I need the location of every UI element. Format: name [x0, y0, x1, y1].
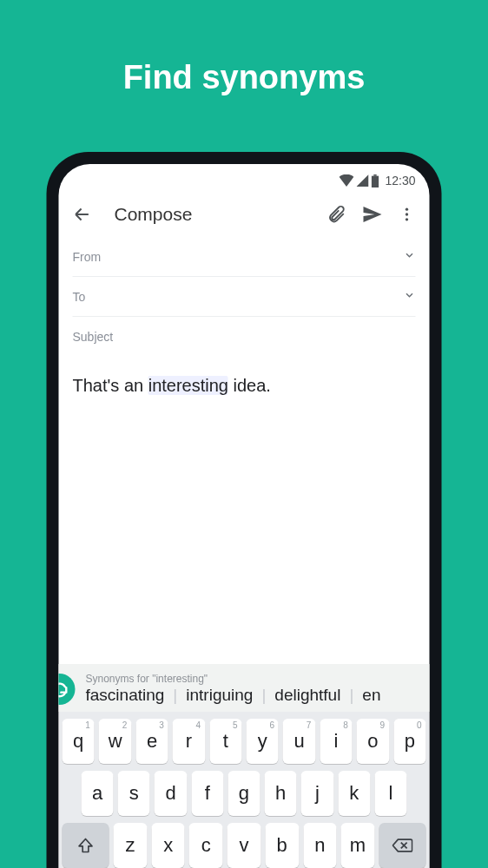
svg-point-4 — [406, 218, 408, 220]
letter-key[interactable]: j — [301, 771, 333, 816]
letter-key[interactable]: a — [82, 771, 114, 816]
to-expand[interactable] — [404, 289, 416, 304]
body-highlight: interesting — [148, 376, 228, 395]
synonym-suggestion-bar: Synonyms for "interesting" fascinating| … — [59, 664, 430, 712]
overflow-button[interactable] — [399, 206, 416, 223]
attach-button[interactable] — [327, 205, 346, 224]
grammarly-logo[interactable] — [59, 674, 76, 705]
letter-key[interactable]: o9 — [357, 719, 389, 764]
chevron-down-icon — [404, 249, 416, 261]
letter-key[interactable]: h — [265, 771, 297, 816]
subject-label: Subject — [73, 330, 114, 344]
letter-key[interactable]: v — [228, 823, 261, 868]
synonym-option[interactable]: intriguing — [177, 686, 261, 705]
from-field[interactable]: From — [73, 237, 416, 277]
letter-key[interactable]: n — [303, 823, 337, 868]
letter-key[interactable]: c — [189, 823, 223, 868]
chevron-down-icon — [404, 289, 416, 301]
status-bar: 12:30 — [59, 164, 430, 192]
grammarly-icon — [59, 680, 69, 699]
send-button[interactable] — [362, 204, 383, 225]
body-post: idea. — [228, 376, 271, 395]
letter-key[interactable]: s — [118, 771, 150, 816]
letter-key[interactable]: l — [374, 771, 406, 816]
letter-key[interactable]: b — [265, 823, 299, 868]
body-pre: That's an — [73, 376, 148, 395]
back-button[interactable] — [73, 205, 92, 224]
compose-body[interactable]: That's an interesting idea. — [59, 357, 430, 415]
letter-key[interactable]: q1 — [63, 719, 95, 764]
letter-key[interactable]: m — [341, 823, 375, 868]
svg-point-3 — [406, 213, 408, 215]
letter-key[interactable]: y6 — [247, 719, 279, 764]
send-icon — [362, 204, 383, 225]
compose-topbar: Compose — [59, 192, 430, 237]
status-time: 12:30 — [385, 174, 415, 187]
synonym-option[interactable]: delightful — [266, 686, 349, 705]
svg-rect-0 — [372, 175, 379, 187]
more-vert-icon — [399, 206, 416, 223]
letter-key[interactable]: i8 — [320, 719, 352, 764]
letter-key[interactable]: d — [155, 771, 187, 816]
paperclip-icon — [327, 205, 346, 224]
letter-key[interactable]: z — [114, 823, 148, 868]
synonym-list: fascinating| intriguing| delightful| en — [86, 686, 430, 705]
backspace-icon — [392, 837, 412, 854]
keyboard: q1w2e3r4t5y6u7i8o9p0 asdfghjkl zxcvbnm 1… — [59, 712, 430, 868]
svg-point-2 — [406, 208, 408, 211]
to-label: To — [73, 290, 86, 304]
letter-key[interactable]: f — [191, 771, 223, 816]
signal-icon — [356, 174, 368, 187]
to-field[interactable]: To — [73, 277, 416, 317]
header-fields: From To Subject — [59, 237, 430, 357]
letter-key[interactable]: x — [151, 823, 185, 868]
from-label: From — [73, 250, 102, 264]
letter-key[interactable]: e3 — [135, 719, 168, 764]
letter-key[interactable]: w2 — [99, 719, 131, 764]
battery-icon — [371, 174, 379, 187]
svg-rect-1 — [373, 174, 376, 176]
letter-key[interactable]: r4 — [173, 719, 205, 764]
letter-key[interactable]: u7 — [283, 719, 315, 764]
backspace-key[interactable] — [379, 823, 425, 868]
from-expand[interactable] — [404, 249, 416, 264]
shift-icon — [77, 837, 95, 854]
wifi-icon — [339, 174, 353, 187]
synonym-option[interactable]: fascinating — [86, 686, 174, 705]
phone-screen: 12:30 Compose From — [59, 164, 430, 868]
shift-key[interactable] — [63, 823, 109, 868]
letter-key[interactable]: t5 — [209, 719, 241, 764]
letter-key[interactable]: k — [338, 771, 370, 816]
letter-key[interactable]: p0 — [393, 719, 425, 764]
promo-title: Find synonyms — [0, 59, 488, 96]
synonym-option[interactable]: en — [353, 686, 389, 705]
compose-title: Compose — [115, 204, 312, 225]
phone-frame: 12:30 Compose From — [47, 152, 442, 868]
subject-field[interactable]: Subject — [73, 317, 416, 357]
back-arrow-icon — [73, 205, 92, 224]
synonym-heading: Synonyms for "interesting" — [86, 673, 430, 685]
letter-key[interactable]: g — [228, 771, 260, 816]
